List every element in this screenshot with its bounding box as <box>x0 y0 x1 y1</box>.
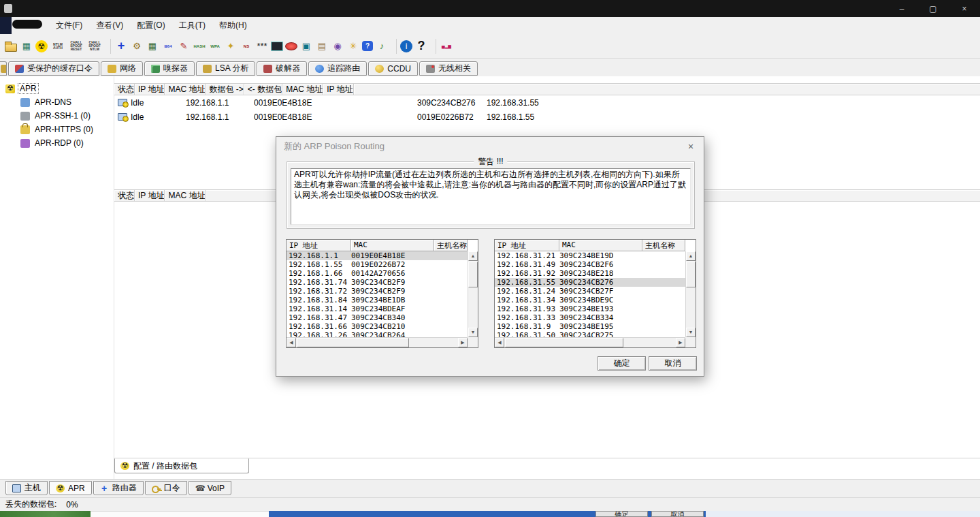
background-ok-button[interactable]: 确定 <box>595 511 648 517</box>
remote-console-icon[interactable] <box>271 42 283 51</box>
vertical-scrollbar[interactable]: ▲ ▼ <box>468 251 478 337</box>
host-list-row[interactable]: 192.168.31.33 309C234CB334 <box>495 313 685 322</box>
ok-button[interactable]: 确定 <box>598 356 646 371</box>
scroll-up-button[interactable]: ▲ <box>686 251 696 261</box>
host-list-row[interactable]: 192.168.1.66 00142A270656 <box>287 269 468 278</box>
bottom-tab-apr[interactable]: APR <box>49 481 92 495</box>
tab-lsa[interactable]: LSA 分析 <box>196 61 255 76</box>
base64-icon[interactable]: B64 <box>161 38 175 54</box>
network-card-icon[interactable]: ▦ <box>20 38 33 54</box>
wpa-calculator-icon[interactable]: WPA <box>208 38 222 54</box>
tab-network[interactable]: 网络 <box>101 61 143 76</box>
scrollbar-thumb[interactable] <box>297 338 409 347</box>
ntlm-auth-icon[interactable]: NTLM AUTH <box>50 38 66 54</box>
grid-icon[interactable]: ▦ <box>146 38 159 54</box>
host-list-column-header[interactable]: 主机名称 <box>642 240 685 251</box>
bottom-tab-routing[interactable]: 路由器 <box>93 481 144 495</box>
host-list-column-header[interactable]: MAC <box>351 240 434 251</box>
chall-spoof-reset-icon[interactable]: CHALL SPOOF RESET <box>68 38 84 54</box>
help-icon[interactable]: ? <box>414 38 428 54</box>
host-list-row[interactable]: 192.168.31.84 309C234BE1DB <box>287 296 468 304</box>
column-header[interactable]: 状态 <box>114 83 135 95</box>
tab-cracker[interactable]: 破解器 <box>257 61 307 76</box>
scroll-right-button[interactable]: ▶ <box>676 338 685 347</box>
radioactive-icon[interactable]: ☢ <box>35 40 48 52</box>
column-header[interactable]: 状态 <box>114 189 135 202</box>
column-header[interactable]: IP 地址 <box>323 83 353 95</box>
host-list-row[interactable]: 192.168.31.50 309C234CB275 <box>495 331 685 337</box>
bottom-tab-voip[interactable]: VoIP <box>189 481 231 495</box>
query-icon[interactable]: ? <box>362 41 373 51</box>
remote-desktop-icon[interactable] <box>285 42 297 50</box>
minimize-button[interactable]: – <box>886 0 917 17</box>
asterisks-icon[interactable]: *** <box>255 38 269 54</box>
certificates-icon[interactable]: ▤ <box>315 38 329 54</box>
host-list-column-header[interactable]: IP 地址 <box>495 240 559 251</box>
menu-item[interactable]: 工具(T) <box>172 17 212 34</box>
horizontal-scrollbar[interactable]: ◀ ▶ <box>287 337 468 347</box>
host-list-row[interactable]: 192.168.31.47 309C234CB340 <box>287 313 468 322</box>
voip-speaker-icon[interactable]: ♪ <box>375 38 389 54</box>
tab-traceroute[interactable]: 追踪路由 <box>308 61 367 76</box>
tab-stub[interactable] <box>0 61 7 76</box>
dialog-close-icon[interactable]: × <box>685 141 697 153</box>
add-to-list-icon[interactable]: + <box>114 38 128 54</box>
chall-spoof-ntlm-icon[interactable]: CHALL SPOOF NTLM <box>86 38 103 54</box>
maximize-button[interactable]: ▢ <box>917 0 949 17</box>
vertical-scrollbar[interactable]: ▲ ▼ <box>685 251 696 337</box>
scrollbar-thumb[interactable] <box>686 262 696 287</box>
tab-sniffer[interactable]: 嗅探器 <box>144 61 195 76</box>
host-list-column-header[interactable]: MAC <box>559 240 642 251</box>
hash-calculator-icon[interactable]: HASH <box>193 38 206 54</box>
host-list-row[interactable]: 192.168.31.49 309C234CB2F6 <box>495 260 685 269</box>
sidebar-item-apr-rdp[interactable]: APR-RDP (0) <box>15 136 114 150</box>
scroll-down-button[interactable]: ▼ <box>686 328 696 337</box>
scrollbar-thumb[interactable] <box>468 262 478 287</box>
host-list-row[interactable]: 192.168.31.21 309C234BE19D <box>495 251 685 260</box>
column-header[interactable]: <- 数据包 <box>244 83 282 95</box>
globes-icon[interactable]: ◉ <box>331 38 344 54</box>
host-list-row[interactable]: 192.168.1.55 0019E0226B72 <box>287 260 468 269</box>
tab-wireless[interactable]: 无线相关 <box>419 61 478 76</box>
sidebar-item-apr-dns[interactable]: APR-DNS <box>15 95 114 109</box>
menu-item[interactable]: 查看(V) <box>89 17 130 34</box>
stats-icon[interactable]: ▅▂▆ <box>440 38 453 54</box>
table-row[interactable]: Idle 192.168.1.1 0019E0E4B18E 309C234CB2… <box>114 95 980 110</box>
host-list-row[interactable]: 192.168.1.1 0019E0E4B18E <box>287 251 468 260</box>
menu-item[interactable]: 配置(O) <box>130 17 172 34</box>
sidebar-item-apr-ssh[interactable]: APR-SSH-1 (0) <box>15 109 114 123</box>
column-header[interactable]: IP 地址 <box>135 189 165 202</box>
about-icon[interactable]: i <box>400 40 412 52</box>
tab-ccdu[interactable]: CCDU <box>368 61 418 76</box>
tftp-icon[interactable]: ▣ <box>299 38 313 54</box>
scroll-left-button[interactable]: ◀ <box>495 338 504 347</box>
injector-icon[interactable]: ⚙ <box>130 38 144 54</box>
host-list-row[interactable]: 192.168.31.93 309C234BE193 <box>495 304 685 313</box>
scroll-up-button[interactable]: ▲ <box>468 251 478 261</box>
host-list-row[interactable]: 192.168.31.9 309C234BE195 <box>495 322 685 331</box>
host-list-column-header[interactable]: 主机名称 <box>434 240 468 251</box>
horizontal-scrollbar[interactable]: ◀ ▶ <box>495 337 685 347</box>
host-list-row[interactable]: 192.168.31.26 309C234CB264 <box>287 331 468 337</box>
menu-item[interactable]: 文件(F) <box>49 17 89 34</box>
column-header[interactable]: MAC 地址 <box>282 83 323 95</box>
host-list-row[interactable]: 192.168.31.34 309C234BDE9C <box>495 296 685 304</box>
column-header[interactable]: 数据包 -> <box>206 83 244 95</box>
host-list-row[interactable]: 192.168.31.74 309C234CB2F9 <box>287 278 468 287</box>
host-list-column-header[interactable]: IP 地址 <box>287 240 351 251</box>
scrollbar-thumb[interactable] <box>505 338 623 347</box>
scroll-down-button[interactable]: ▼ <box>468 328 478 337</box>
host-list-row[interactable]: 192.168.31.14 309C234BDEAF <box>287 304 468 313</box>
sidebar-item-apr[interactable]: APR <box>0 82 114 95</box>
close-button[interactable]: × <box>949 0 980 17</box>
wireless-scan-icon[interactable]: ✳ <box>346 38 360 54</box>
cancel-button[interactable]: 取消 <box>649 356 697 371</box>
bottom-tab-passwords[interactable]: 口令 <box>145 481 187 495</box>
column-header[interactable]: IP 地址 <box>135 83 165 95</box>
host-list-row[interactable]: 192.168.31.92 309C234BE218 <box>495 269 685 278</box>
open-folder-icon[interactable] <box>4 41 18 52</box>
editor-icon[interactable]: ✎ <box>177 38 191 54</box>
host-list-row[interactable]: 192.168.31.55 309C234CB276 <box>495 278 685 287</box>
scroll-left-button[interactable]: ◀ <box>287 338 296 347</box>
menu-item[interactable]: 帮助(H) <box>212 17 254 34</box>
